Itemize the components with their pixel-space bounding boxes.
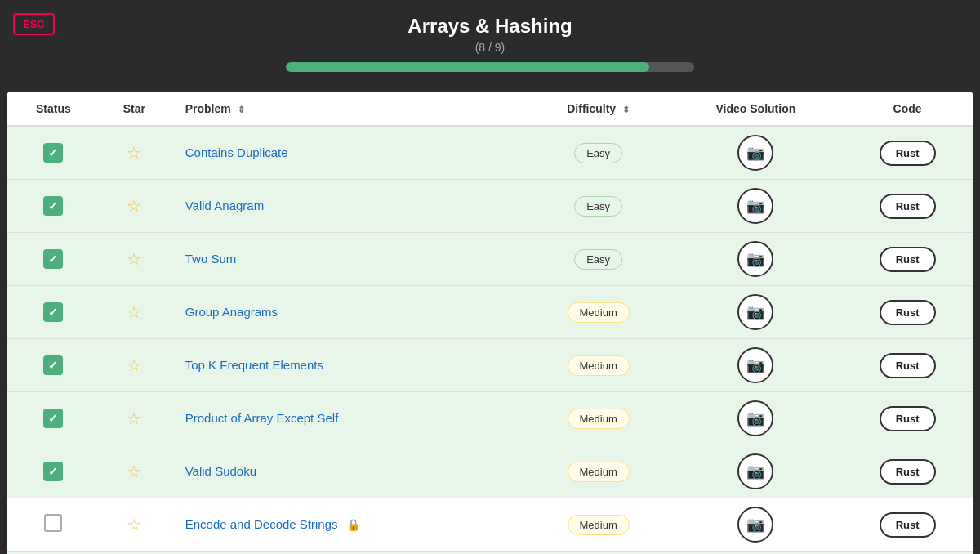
code-button[interactable]: Rust	[880, 247, 936, 272]
video-button[interactable]: 📷	[737, 241, 773, 277]
code-cell[interactable]: Rust	[842, 233, 973, 286]
table-row: ✓☆Valid AnagramEasy📷Rust	[7, 180, 973, 233]
check-icon: ✓	[43, 462, 63, 481]
star-icon[interactable]: ☆	[127, 409, 141, 427]
problem-link[interactable]: Valid Anagram	[185, 199, 264, 212]
col-status: Status	[7, 92, 100, 126]
video-cell[interactable]: 📷	[670, 286, 843, 339]
col-difficulty[interactable]: Difficulty ⇕	[528, 92, 670, 126]
problem-link[interactable]: Two Sum	[185, 252, 237, 266]
problem-cell: Encode and Decode Strings 🔒	[169, 498, 528, 552]
star-icon[interactable]: ☆	[127, 144, 141, 162]
code-cell[interactable]: Rust	[842, 339, 973, 392]
code-cell[interactable]: Rust	[842, 552, 973, 555]
star-cell[interactable]: ☆	[100, 498, 169, 552]
status-cell[interactable]: ✓	[7, 552, 100, 555]
lock-icon: 🔒	[346, 518, 360, 531]
col-star: Star	[100, 92, 169, 126]
star-cell[interactable]: ☆	[100, 286, 169, 339]
star-icon[interactable]: ☆	[127, 303, 141, 321]
star-icon[interactable]: ☆	[127, 462, 141, 480]
video-button[interactable]: 📷	[737, 507, 773, 543]
star-icon[interactable]: ☆	[127, 197, 141, 215]
status-cell[interactable]: ✓	[7, 233, 100, 286]
difficulty-cell: Easy	[528, 180, 670, 233]
video-cell[interactable]: 📷	[670, 233, 843, 286]
problem-sort-icon[interactable]: ⇕	[238, 105, 245, 115]
progress-bar	[286, 62, 649, 72]
star-icon[interactable]: ☆	[127, 250, 141, 268]
video-button[interactable]: 📷	[737, 400, 773, 436]
problem-cell: Valid Sudoku	[169, 445, 528, 498]
video-cell[interactable]: 📷	[670, 552, 843, 555]
video-button[interactable]: 📷	[737, 188, 773, 224]
check-icon: ✓	[43, 196, 63, 216]
difficulty-cell: Medium	[528, 498, 670, 552]
video-cell[interactable]: 📷	[670, 498, 843, 552]
code-button[interactable]: Rust	[880, 194, 936, 219]
code-cell[interactable]: Rust	[842, 126, 973, 180]
status-cell[interactable]: ✓	[7, 445, 100, 498]
status-cell[interactable]	[7, 498, 100, 552]
problem-cell: Top K Frequent Elements	[169, 339, 528, 392]
progress-label: (8 / 9)	[0, 41, 980, 54]
code-cell[interactable]: Rust	[842, 180, 973, 233]
check-icon: ✓	[43, 249, 63, 269]
table-row: ☆Encode and Decode Strings 🔒Medium📷Rust	[7, 498, 973, 552]
problem-link[interactable]: Group Anagrams	[185, 305, 278, 319]
table-row: ✓☆Longest Consecutive SequenceMedium📷Rus…	[7, 552, 973, 555]
problem-link[interactable]: Top K Frequent Elements	[185, 358, 323, 372]
video-cell[interactable]: 📷	[670, 339, 843, 392]
code-button[interactable]: Rust	[880, 512, 936, 538]
status-cell[interactable]: ✓	[7, 339, 100, 392]
code-cell[interactable]: Rust	[842, 392, 973, 445]
video-cell[interactable]: 📷	[670, 126, 843, 180]
problem-link[interactable]: Valid Sudoku	[185, 464, 256, 478]
page-header: ESC Arrays & Hashing (8 / 9)	[0, 0, 980, 80]
video-button[interactable]: 📷	[737, 347, 773, 383]
check-icon: ✓	[43, 143, 63, 163]
uncheck-icon	[44, 514, 62, 532]
code-cell[interactable]: Rust	[842, 286, 973, 339]
star-cell[interactable]: ☆	[100, 445, 169, 498]
table-row: ✓☆Two SumEasy📷Rust	[7, 233, 973, 286]
difficulty-badge: Medium	[568, 462, 630, 482]
problem-link[interactable]: Contains Duplicate	[185, 145, 288, 159]
table-row: ✓☆Top K Frequent ElementsMedium📷Rust	[7, 339, 973, 392]
star-cell[interactable]: ☆	[100, 339, 169, 392]
difficulty-cell: Medium	[528, 286, 670, 339]
code-button[interactable]: Rust	[880, 353, 936, 378]
video-cell[interactable]: 📷	[670, 445, 843, 498]
star-icon[interactable]: ☆	[127, 516, 141, 534]
video-cell[interactable]: 📷	[670, 180, 843, 233]
problem-cell: Group Anagrams	[169, 286, 528, 339]
col-problem[interactable]: Problem ⇕	[169, 92, 528, 126]
progress-container	[286, 62, 694, 72]
star-cell[interactable]: ☆	[100, 180, 169, 233]
video-button[interactable]: 📷	[737, 453, 773, 489]
code-cell[interactable]: Rust	[842, 498, 973, 552]
difficulty-sort-icon[interactable]: ⇕	[622, 105, 630, 115]
status-cell[interactable]: ✓	[7, 180, 100, 233]
star-cell[interactable]: ☆	[100, 552, 169, 555]
difficulty-cell: Easy	[528, 126, 670, 180]
problem-link[interactable]: Encode and Decode Strings	[185, 517, 338, 531]
video-cell[interactable]: 📷	[670, 392, 843, 445]
star-icon[interactable]: ☆	[127, 356, 141, 374]
status-cell[interactable]: ✓	[7, 392, 100, 445]
video-button[interactable]: 📷	[737, 294, 773, 330]
status-cell[interactable]: ✓	[7, 126, 100, 180]
code-button[interactable]: Rust	[880, 141, 936, 166]
video-button[interactable]: 📷	[737, 135, 773, 171]
status-cell[interactable]: ✓	[7, 286, 100, 339]
star-cell[interactable]: ☆	[100, 126, 169, 180]
code-button[interactable]: Rust	[880, 300, 936, 325]
code-button[interactable]: Rust	[880, 406, 936, 431]
difficulty-badge: Medium	[568, 355, 630, 376]
star-cell[interactable]: ☆	[100, 392, 169, 445]
star-cell[interactable]: ☆	[100, 233, 169, 286]
problem-link[interactable]: Product of Array Except Self	[185, 411, 339, 425]
code-button[interactable]: Rust	[880, 459, 936, 485]
esc-button[interactable]: ESC	[13, 13, 55, 35]
code-cell[interactable]: Rust	[842, 445, 973, 498]
